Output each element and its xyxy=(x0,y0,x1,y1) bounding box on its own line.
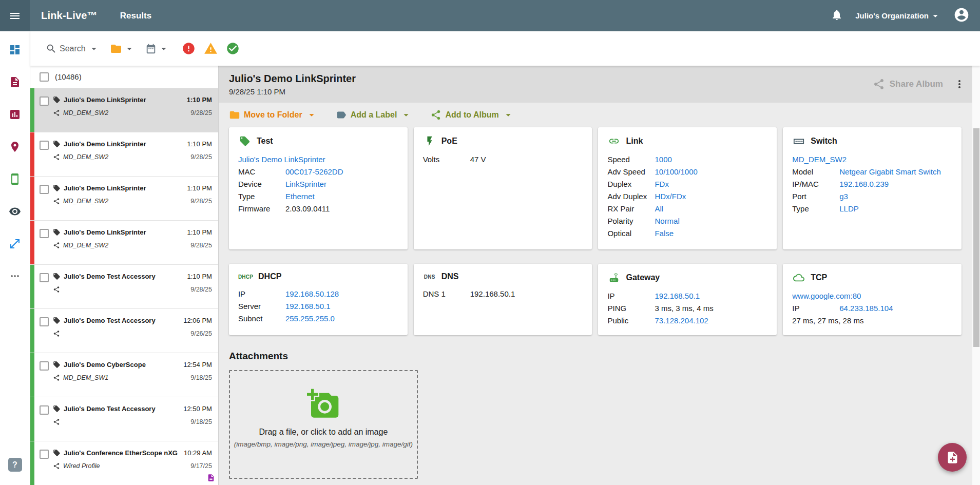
card-row-value[interactable]: 192.168.50.1 xyxy=(285,300,331,313)
list-item[interactable]: Julio's Demo Test Accessory 12:06 PM 9/2… xyxy=(30,309,218,353)
menu-button[interactable] xyxy=(0,0,30,31)
passed-filter-button[interactable] xyxy=(226,42,240,55)
select-all-checkbox[interactable] xyxy=(40,72,49,82)
item-checkbox[interactable] xyxy=(40,405,49,415)
item-body: Julio's Demo LinkSprinter 1:10 PM MD_DEM… xyxy=(53,88,218,132)
card-row-value: 192.168.50.1 xyxy=(470,288,515,300)
item-checkbox[interactable] xyxy=(40,450,49,459)
card-head: Gateway xyxy=(607,272,767,283)
status-bar xyxy=(30,177,34,220)
top-bar: Link-Live™ Results Julio's Organization xyxy=(0,0,980,31)
card-row-value[interactable]: 64.233.185.104 xyxy=(839,302,893,315)
list-item[interactable]: Julio's Demo LinkSprinter 1:10 PM MD_DEM… xyxy=(30,132,218,177)
item-checkbox[interactable] xyxy=(40,361,49,371)
card-row-label: Adv Speed xyxy=(607,166,655,178)
item-body: Julio's Demo Test Accessory 12:06 PM 9/2… xyxy=(53,309,218,353)
detail-title: Julio's Demo LinkSprinter xyxy=(229,73,873,85)
warning-filter-button[interactable] xyxy=(204,42,218,55)
item-checkbox[interactable] xyxy=(40,317,49,326)
failed-filter-button[interactable] xyxy=(182,42,196,55)
search-dropdown[interactable]: Search xyxy=(43,40,103,57)
card-row: Speed 1000 xyxy=(607,153,767,166)
nav-results[interactable]: Results xyxy=(120,11,151,21)
card-row-value[interactable]: LinkSprinter xyxy=(285,178,326,190)
card-row-value[interactable]: Netgear Gigabit Smart Switch xyxy=(839,166,941,178)
card-title: DHCP xyxy=(258,272,281,281)
scrollbar[interactable] xyxy=(972,66,980,485)
card-row-value[interactable]: 192.168.50.1 xyxy=(655,290,700,302)
move-to-folder-button[interactable]: Move to Folder xyxy=(229,109,317,121)
card-row-value[interactable]: HDx/FDx xyxy=(655,190,686,203)
account-button[interactable] xyxy=(953,7,970,25)
card-row-value[interactable]: Ethernet xyxy=(285,190,315,203)
item-subtitle: MD_DEM_SW2 xyxy=(63,109,187,117)
card-row-value[interactable]: 00C017-5262DD xyxy=(285,166,343,178)
list-item[interactable]: Julio's Demo Test Accessory 1:10 PM 9/28… xyxy=(30,265,218,309)
result-card: Gateway IP 192.168.50.1 PING 3 ms, 3 ms,… xyxy=(598,264,777,335)
card-row: DNS 1 192.168.50.1 xyxy=(423,288,583,300)
card-row-value[interactable]: Normal xyxy=(655,215,679,227)
gateway-icon xyxy=(607,272,621,283)
add-report-fab[interactable] xyxy=(938,443,967,472)
card-row-value[interactable]: LLDP xyxy=(839,203,859,215)
help-button[interactable]: ? xyxy=(8,458,22,472)
more-options-button[interactable] xyxy=(953,78,966,90)
item-checkbox[interactable] xyxy=(40,141,49,150)
card-row-value[interactable]: False xyxy=(655,227,674,240)
cards-grid: Test Julio's Demo LinkSprinter MAC 00C01… xyxy=(219,127,972,335)
sidebar-item-more[interactable] xyxy=(0,260,30,292)
card-row-value[interactable]: 192.168.0.239 xyxy=(839,178,889,190)
image-dropzone[interactable]: Drag a file, or click to add an image (i… xyxy=(229,370,418,479)
date-filter-button[interactable] xyxy=(142,40,172,57)
card-row-value[interactable]: 10/100/1000 xyxy=(655,166,697,178)
result-card: TCP www.google.com:80 IP 64.233.185.104 … xyxy=(783,264,962,335)
card-row-value[interactable]: MD_DEM_SW2 xyxy=(792,153,847,166)
sidebar-item-eye[interactable] xyxy=(0,195,30,227)
add-a-label-button[interactable]: Add a Label xyxy=(336,109,412,121)
card-row-value[interactable]: g3 xyxy=(839,190,848,203)
chevron-down-icon xyxy=(400,109,412,121)
card-row-value[interactable]: Julio's Demo LinkSprinter xyxy=(238,153,325,166)
sidebar-item-transfer[interactable] xyxy=(0,227,30,260)
item-body: Julio's Demo Test Accessory 1:10 PM 9/28… xyxy=(53,265,218,308)
list-item[interactable]: Julio's Demo CyberScope 12:54 PM MD_DEM_… xyxy=(30,353,218,397)
sidebar-item-dashboard[interactable] xyxy=(0,33,30,66)
sidebar-item-units[interactable] xyxy=(0,163,30,195)
sidebar-item-map-pin[interactable] xyxy=(0,130,30,163)
card-head: DNS DNS xyxy=(423,272,583,281)
card-row-value[interactable]: FDx xyxy=(655,178,669,190)
list-item[interactable]: Julio's Demo LinkSprinter 1:10 PM MD_DEM… xyxy=(30,221,218,265)
sidebar-item-analysis[interactable] xyxy=(0,98,30,130)
item-checkbox[interactable] xyxy=(40,273,49,282)
card-row-value[interactable]: All xyxy=(655,203,663,215)
item-checkbox[interactable] xyxy=(40,229,49,238)
item-checkbox[interactable] xyxy=(40,185,49,194)
status-bar xyxy=(30,265,34,308)
list-item[interactable]: Julio's Demo LinkSprinter 1:10 PM MD_DEM… xyxy=(30,88,218,132)
card-row-value[interactable]: 192.168.50.128 xyxy=(285,288,339,300)
folder-filter-button[interactable] xyxy=(107,40,138,58)
card-row-label: Firmware xyxy=(238,203,285,215)
card-row-value[interactable]: 73.128.204.102 xyxy=(655,315,708,327)
topbar-right: Julio's Organization xyxy=(831,7,980,25)
item-checkbox[interactable] xyxy=(40,96,49,106)
card-row: Duplex FDx xyxy=(607,178,767,190)
share-album-button[interactable]: Share Album xyxy=(873,78,943,90)
org-selector[interactable]: Julio's Organization xyxy=(855,10,941,22)
card-row-label: Server xyxy=(238,300,285,313)
list-item[interactable]: Julio's Demo Test Accessory 12:50 PM 9/1… xyxy=(30,397,218,441)
sidebar-item-results[interactable] xyxy=(0,66,30,98)
list-item[interactable]: Julio's Demo LinkSprinter 1:10 PM MD_DEM… xyxy=(30,177,218,221)
card-row-value[interactable]: 1000 xyxy=(655,153,671,166)
eye-icon xyxy=(9,205,21,218)
item-time: 12:50 PM xyxy=(183,405,212,413)
add-to-album-button[interactable]: Add to Album xyxy=(430,109,513,121)
notifications-button[interactable] xyxy=(831,9,843,23)
result-card: Test Julio's Demo LinkSprinter MAC 00C01… xyxy=(229,127,408,249)
card-row-value[interactable]: 255.255.255.0 xyxy=(285,313,335,325)
folder-icon xyxy=(110,43,122,55)
card-row-value[interactable]: www.google.com:80 xyxy=(792,290,861,302)
card-title: DNS xyxy=(441,272,459,281)
scrollbar-thumb[interactable] xyxy=(973,128,979,347)
list-item[interactable]: Julio's Conference EtherScope nXG 10:29 … xyxy=(30,441,218,485)
